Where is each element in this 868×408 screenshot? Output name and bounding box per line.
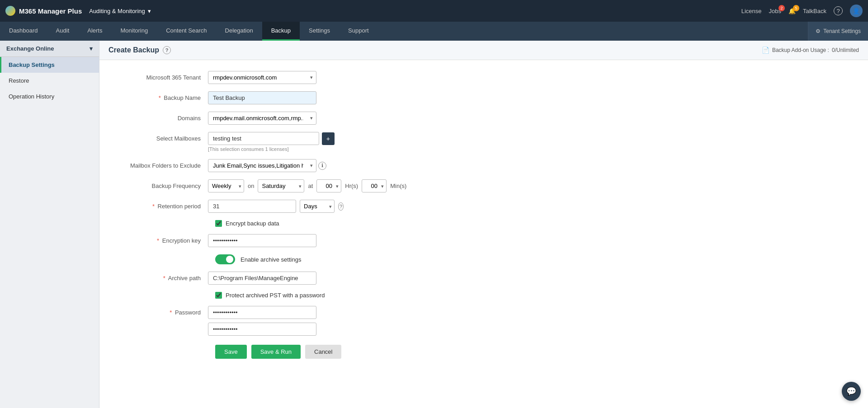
sidebar-item-operation-history[interactable]: Operation History [0, 89, 99, 104]
main-content: Create Backup ? 📄 Backup Add-on Usage : … [99, 41, 868, 408]
backup-name-label: * Backup Name [118, 91, 208, 101]
tab-audit[interactable]: Audit [47, 22, 79, 41]
freq-on-label: on [248, 183, 254, 189]
retention-input-row: Days Months ▾ ? [208, 200, 344, 213]
tenant-settings-label: Tenant Settings [823, 28, 861, 34]
folder-select-area: Junk Email,Sync issues,Litigation h... ▾… [208, 159, 335, 172]
chat-icon: 💬 [846, 386, 856, 396]
archive-path-row: * Archive path [118, 272, 850, 285]
tab-content-search[interactable]: Content Search [157, 22, 216, 41]
backup-name-input[interactable] [208, 91, 316, 104]
retention-label: * Retention period [118, 200, 208, 210]
module-name: Auditing & Monitoring [89, 8, 145, 14]
freq-type-select[interactable]: Weekly Daily Monthly [208, 179, 244, 192]
tenant-row: Microsoft 365 Tenant rmpdev.onmicrosoft.… [118, 71, 850, 84]
alerts-button[interactable]: 🔔 5 [788, 8, 796, 14]
tab-support[interactable]: Support [339, 22, 378, 41]
add-mailbox-button[interactable]: + [322, 132, 335, 145]
mailboxes-input[interactable] [208, 132, 319, 145]
save-run-button[interactable]: Save & Run [251, 345, 301, 359]
jobs-button[interactable]: Jobs 2 [769, 8, 781, 14]
exclude-folders-row: Mailbox Folders to Exclude Junk Email,Sy… [118, 159, 850, 172]
freq-type-wrapper: Weekly Daily Monthly ▾ [208, 179, 244, 192]
retention-control: Days Months ▾ ? [208, 200, 344, 213]
sidebar-header[interactable]: Exchange Online ▾ [0, 41, 99, 57]
page-title-area: Create Backup ? [108, 46, 171, 54]
encryption-key-row: * Encryption key [118, 234, 850, 247]
freq-hr-wrapper: 00 ▾ [316, 179, 341, 192]
encrypt-checkbox[interactable] [215, 220, 222, 227]
tab-settings[interactable]: Settings [300, 22, 339, 41]
tenant-control: rmpdev.onmicrosoft.com ▾ [208, 71, 335, 84]
module-selector[interactable]: Auditing & Monitoring ▾ [89, 8, 151, 14]
mailboxes-control: + [This selection consumes 1 licenses] [208, 132, 335, 152]
password-control [208, 306, 335, 336]
license-hint: [This selection consumes 1 licenses] [208, 146, 335, 152]
tab-backup[interactable]: Backup [262, 22, 300, 41]
domains-row: Domains rmpdev.mail.onmicrosoft.com,rmp.… [118, 112, 850, 125]
user-avatar[interactable]: 👤 [850, 5, 863, 17]
archive-toggle-row: Enable archive settings [118, 254, 850, 264]
page-help-icon[interactable]: ? [163, 46, 171, 54]
archive-path-input[interactable] [208, 272, 316, 285]
tenant-label: Microsoft 365 Tenant [118, 71, 208, 81]
retention-unit-select[interactable]: Days Months [300, 200, 335, 213]
backup-name-control [208, 91, 335, 104]
module-dropdown-icon: ▾ [148, 8, 151, 14]
exclude-folders-info-icon[interactable]: ℹ [318, 162, 326, 170]
encryption-key-label: * Encryption key [118, 234, 208, 244]
tenant-select[interactable]: rmpdev.onmicrosoft.com [208, 71, 316, 84]
tenant-settings-button[interactable]: ⚙ Tenant Settings [808, 22, 868, 41]
save-button[interactable]: Save [215, 345, 247, 359]
encryption-key-input[interactable] [208, 234, 316, 247]
encryption-key-control [208, 234, 335, 247]
topbar-right: License Jobs 2 🔔 5 TalkBack ? 👤 [741, 5, 863, 17]
archive-toggle-slider [215, 254, 235, 264]
cancel-button[interactable]: Cancel [305, 345, 341, 359]
archive-toggle[interactable] [215, 254, 235, 264]
backup-freq-label: Backup Frequency [118, 179, 208, 189]
freq-min-wrapper: 00 ▾ [362, 179, 387, 192]
freq-min-select[interactable]: 00 [362, 179, 387, 192]
password-input[interactable] [208, 306, 316, 319]
sidebar-item-restore[interactable]: Restore [0, 73, 99, 89]
mailboxes-row: Select Mailboxes + [This selection consu… [118, 132, 850, 152]
help-button[interactable]: ? [834, 6, 843, 15]
sidebar-item-label: Restore [9, 77, 29, 84]
freq-hr-select[interactable]: 00 [316, 179, 341, 192]
retention-unit-wrapper: Days Months ▾ [300, 200, 335, 213]
domains-select[interactable]: rmpdev.mail.onmicrosoft.com,rmp... [208, 112, 316, 125]
main-layout: Exchange Online ▾ Backup Settings Restor… [0, 41, 868, 408]
confirm-password-input[interactable] [208, 323, 316, 336]
protect-pst-checkbox[interactable] [215, 292, 222, 299]
tab-monitoring[interactable]: Monitoring [111, 22, 157, 41]
talkback-button[interactable]: TalkBack [803, 8, 826, 14]
sidebar-item-label: Operation History [9, 93, 54, 100]
addon-usage-label: Backup Add-on Usage : [772, 47, 829, 53]
topbar: M365 Manager Plus Auditing & Monitoring … [0, 0, 868, 22]
freq-hr-label: Hr(s) [345, 183, 358, 189]
exclude-folders-control: Junk Email,Sync issues,Litigation h... ▾… [208, 159, 335, 172]
license-link[interactable]: License [741, 8, 762, 14]
freq-at-label: at [308, 183, 313, 189]
retention-help-icon[interactable]: ? [338, 202, 344, 211]
encrypt-checkbox-row: Encrypt backup data [118, 220, 850, 227]
chat-fab-button[interactable]: 💬 [842, 382, 861, 401]
sidebar: Exchange Online ▾ Backup Settings Restor… [0, 41, 99, 408]
archive-toggle-label: Enable archive settings [241, 256, 301, 263]
freq-day-select[interactable]: Saturday Monday Tuesday Wednesday Thursd… [258, 179, 304, 192]
exclude-folders-select[interactable]: Junk Email,Sync issues,Litigation h... [208, 159, 316, 172]
freq-min-label: Min(s) [390, 183, 406, 189]
protect-pst-label: Protect archived PST with a password [226, 292, 325, 299]
freq-row: Weekly Daily Monthly ▾ on Saturday Monda… [208, 179, 434, 192]
logo-icon [5, 6, 15, 16]
retention-value-input[interactable] [208, 200, 296, 213]
app-logo: M365 Manager Plus [5, 6, 82, 16]
password-label: * Password [118, 306, 208, 316]
mailboxes-label: Select Mailboxes [118, 132, 208, 142]
tab-dashboard[interactable]: Dashboard [0, 22, 47, 41]
sidebar-item-backup-settings[interactable]: Backup Settings [0, 57, 99, 73]
tab-delegation[interactable]: Delegation [216, 22, 262, 41]
tab-alerts[interactable]: Alerts [78, 22, 111, 41]
nav-tabs: Dashboard Audit Alerts Monitoring Conten… [0, 22, 868, 41]
